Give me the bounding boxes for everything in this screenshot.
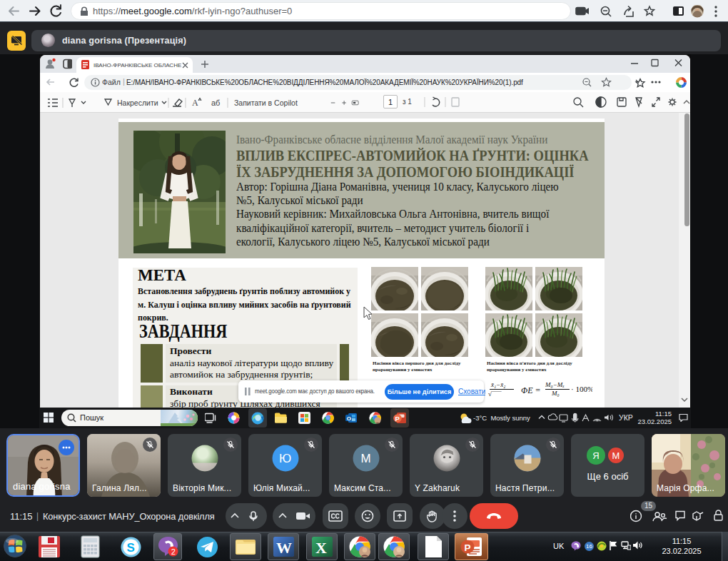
svg-text:P: P bbox=[465, 542, 471, 553]
svg-text:S: S bbox=[127, 541, 135, 555]
svg-text:P: P bbox=[395, 415, 400, 423]
svg-text:O: O bbox=[347, 415, 351, 422]
svg-text:2: 2 bbox=[171, 547, 176, 556]
svg-text:аб: аб bbox=[211, 98, 220, 107]
svg-text:Запитати в Copilot: Запитати в Copilot bbox=[234, 98, 298, 107]
svg-text:W: W bbox=[276, 539, 292, 557]
svg-text:X: X bbox=[315, 539, 327, 557]
svg-text:A: A bbox=[192, 98, 198, 108]
svg-text:Накреслити: Накреслити bbox=[117, 98, 158, 107]
